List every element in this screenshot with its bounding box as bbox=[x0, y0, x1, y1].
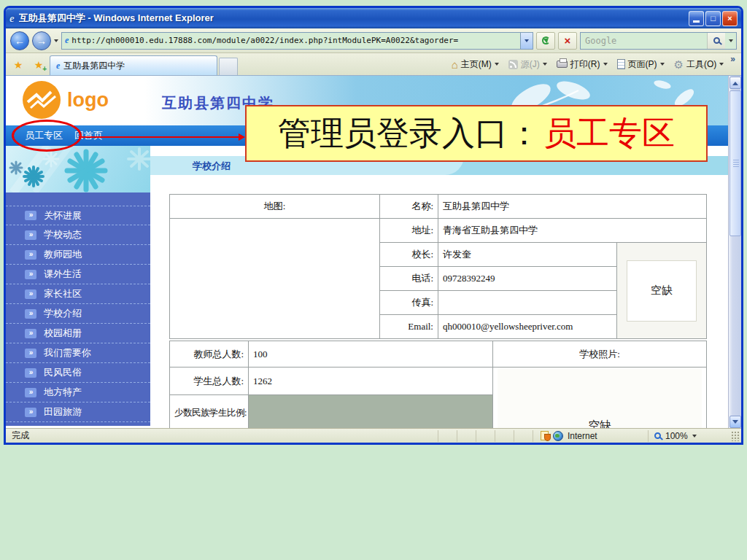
add-favorite-button[interactable]: ★ + bbox=[29, 56, 48, 74]
minimize-icon bbox=[693, 20, 700, 23]
sidebar-item-local-specialty[interactable]: »地方特产 bbox=[6, 383, 150, 402]
maximize-icon: □ bbox=[711, 14, 716, 23]
status-bar: 完成 Internet 100% bbox=[6, 428, 741, 443]
sidebar-item-we-need-you[interactable]: »我们需要你 bbox=[6, 343, 150, 363]
sidebar-item-care-progress[interactable]: »关怀进展 bbox=[6, 206, 150, 225]
scroll-up-button[interactable] bbox=[729, 77, 741, 89]
minority-ratio-cell bbox=[249, 395, 493, 428]
sidebar-item-label: 校园相册 bbox=[44, 327, 82, 340]
field-value: 互助县第四中学 bbox=[438, 195, 707, 219]
sidebar-item-parents-community[interactable]: »家长社区 bbox=[6, 284, 150, 304]
favorites-center-button[interactable]: ★ bbox=[9, 56, 28, 74]
double-chevron-icon: » bbox=[25, 349, 36, 358]
history-dropdown-icon[interactable] bbox=[54, 39, 58, 42]
forward-icon: → bbox=[36, 35, 47, 47]
callout-highlight: 员工专区 bbox=[543, 112, 675, 155]
sidebar-item-label: 民风民俗 bbox=[44, 366, 82, 379]
sidebar-item-label: 教师园地 bbox=[44, 248, 82, 261]
sidebar-item-label: 学校介绍 bbox=[44, 307, 82, 320]
vertical-scrollbar[interactable] bbox=[728, 76, 741, 428]
star-icon: ★ bbox=[14, 59, 23, 71]
sidebar-flower-decoration bbox=[6, 146, 150, 192]
callout-prefix: 管理员登录入口： bbox=[278, 112, 541, 155]
double-chevron-icon: » bbox=[25, 309, 36, 319]
sidebar-item-folk-customs[interactable]: »民风民俗 bbox=[6, 363, 150, 383]
refresh-button[interactable] bbox=[536, 32, 555, 50]
title-bar[interactable]: e 互助县第四中学 - Windows Internet Explorer □ … bbox=[6, 8, 741, 28]
field-label: 教师总人数: bbox=[170, 341, 249, 368]
logo-icon bbox=[22, 80, 61, 120]
tab-command-row: ★ ★ + e 互助县第四中学 ⌂ 主页(M) 源(J) bbox=[6, 53, 741, 75]
sidebar-item-school-news[interactable]: »学校动态 bbox=[6, 225, 150, 245]
tools-label: 工具(O) bbox=[686, 58, 716, 71]
flower-icon bbox=[6, 146, 150, 192]
scroll-down-button[interactable] bbox=[729, 416, 741, 428]
status-cell bbox=[514, 430, 533, 442]
zoom-level: 100% bbox=[665, 431, 688, 441]
chevron-down-icon bbox=[495, 63, 499, 66]
rss-feed-icon bbox=[508, 60, 518, 69]
status-cell bbox=[476, 430, 495, 442]
field-value: 青海省互助县第四中学 bbox=[438, 219, 707, 243]
status-text: 完成 bbox=[12, 429, 29, 442]
scroll-up-icon bbox=[732, 79, 738, 85]
scrollbar-thumb[interactable] bbox=[729, 90, 741, 236]
tools-button[interactable]: ⚙ 工具(O) bbox=[670, 55, 729, 73]
site-logo[interactable]: logo bbox=[22, 80, 109, 120]
search-icon bbox=[713, 37, 720, 44]
map-label: 地图: bbox=[170, 195, 380, 219]
close-button[interactable]: × bbox=[722, 11, 738, 26]
refresh-icon bbox=[542, 36, 550, 44]
window-title: 互助县第四中学 - Windows Internet Explorer bbox=[19, 12, 684, 25]
stop-button[interactable]: × bbox=[558, 32, 577, 50]
field-label: 电话: bbox=[380, 267, 438, 291]
map-area bbox=[170, 219, 380, 339]
sidebar-item-extracurricular[interactable]: »课外生活 bbox=[6, 265, 150, 284]
sidebar-item-label: 课外生活 bbox=[44, 268, 82, 281]
annotation-red-circle bbox=[12, 120, 82, 152]
resize-grip[interactable] bbox=[731, 431, 740, 441]
feeds-button[interactable]: 源(J) bbox=[504, 55, 551, 73]
address-input[interactable]: e http://qh000010.edu.17888.com/module/a… bbox=[61, 32, 533, 50]
globe-icon bbox=[553, 431, 563, 441]
home-button[interactable]: ⌂ 主页(M) bbox=[447, 55, 503, 73]
thumb-grip-icon bbox=[733, 160, 739, 168]
status-cell bbox=[495, 430, 514, 442]
search-button[interactable] bbox=[707, 33, 725, 49]
print-label: 打印(R) bbox=[570, 58, 600, 71]
sidebar-item-rural-tourism[interactable]: »田园旅游 bbox=[6, 402, 150, 422]
zoom-control[interactable]: 100% bbox=[648, 430, 729, 442]
sidebar-item-label: 关怀进展 bbox=[44, 209, 82, 222]
double-chevron-icon: » bbox=[25, 368, 36, 378]
back-button[interactable]: ← bbox=[10, 31, 29, 50]
search-dropdown-button[interactable] bbox=[725, 33, 736, 49]
security-zone-cell[interactable]: Internet bbox=[533, 430, 648, 442]
new-tab-button[interactable] bbox=[219, 58, 238, 75]
double-chevron-icon: » bbox=[25, 388, 36, 397]
sidebar-item-teachers-garden[interactable]: »教师园地 bbox=[6, 245, 150, 265]
sidebar-item-campus-album[interactable]: »校园相册 bbox=[6, 324, 150, 343]
minimize-button[interactable] bbox=[689, 11, 704, 26]
ie-logo-icon: e bbox=[9, 12, 15, 25]
forward-button[interactable]: → bbox=[32, 31, 51, 50]
field-value: qh000010@yellowsheepriver.com bbox=[438, 315, 617, 339]
tab-school-site[interactable]: e 互助县第四中学 bbox=[50, 55, 217, 75]
page-menu-button[interactable]: 页面(P) bbox=[613, 55, 669, 73]
double-chevron-icon: » bbox=[25, 250, 36, 260]
address-dropdown-button[interactable] bbox=[520, 33, 533, 49]
search-input[interactable]: Google bbox=[580, 32, 737, 50]
gear-icon: ⚙ bbox=[674, 59, 684, 70]
maximize-button[interactable]: □ bbox=[705, 11, 721, 26]
browser-viewport: logo 互助县第四中学 员工专区 回首页 bbox=[6, 75, 741, 428]
double-chevron-icon: » bbox=[25, 289, 36, 299]
logo-text: logo bbox=[67, 89, 109, 112]
sidebar-item-label: 我们需要你 bbox=[44, 346, 91, 359]
print-button[interactable]: 打印(R) bbox=[552, 55, 612, 73]
sidebar-item-school-intro[interactable]: »学校介绍 bbox=[6, 304, 150, 324]
annotation-callout: 管理员登录入口：员工专区 bbox=[245, 105, 708, 162]
chevron-down-icon bbox=[603, 63, 608, 66]
field-label: 传真: bbox=[380, 291, 438, 315]
toolbar-overflow-button[interactable]: » bbox=[729, 53, 738, 64]
double-chevron-icon: » bbox=[25, 230, 36, 240]
page-label: 页面(P) bbox=[628, 58, 657, 71]
